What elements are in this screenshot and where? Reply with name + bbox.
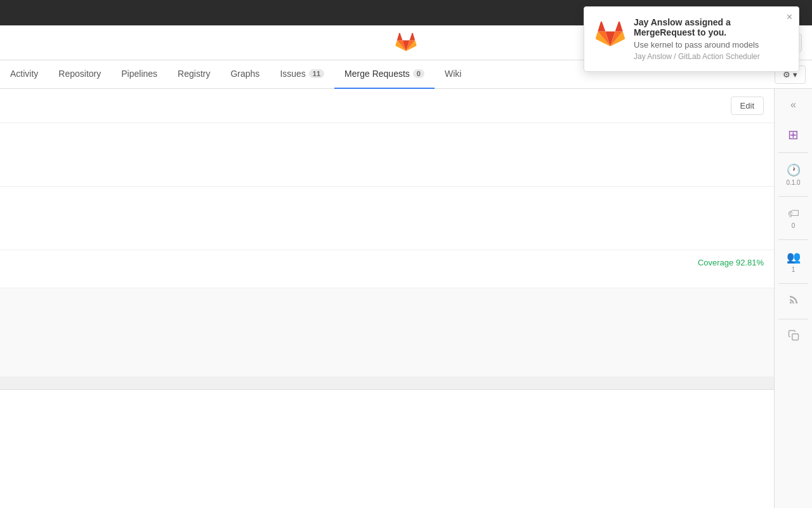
tab-activity[interactable]: Activity [0, 60, 48, 89]
sidebar-item-tags[interactable]: 🏷 0 [775, 201, 812, 236]
sidebar-item-members[interactable]: 👥 1 [775, 244, 812, 279]
tab-merge-requests[interactable]: Merge Requests 0 [334, 60, 435, 89]
sidebar-divider-2 [778, 196, 808, 197]
edit-button[interactable]: Edit [731, 97, 764, 115]
right-sidebar: « ⊞ 🕐 0.1.0 🏷 0 👥 1 [774, 89, 812, 508]
collapse-icon: « [790, 99, 796, 110]
content-area: Edit Coverage 92.81% [0, 89, 774, 508]
notification-logo [594, 17, 626, 61]
integration-icon: ⊞ [788, 127, 799, 142]
members-count: 1 [792, 266, 796, 273]
sidebar-divider-1 [778, 152, 808, 153]
gitlab-logo[interactable] [395, 30, 417, 55]
issues-badge: 11 [309, 69, 324, 78]
content-section-1 [0, 123, 774, 187]
merge-requests-badge: 0 [413, 69, 424, 78]
sidebar-item-copy[interactable] [775, 323, 812, 351]
edit-btn-row: Edit [0, 89, 774, 123]
svg-rect-1 [792, 334, 798, 340]
sidebar-item-version[interactable]: 🕐 0.1.0 [775, 157, 812, 192]
tab-issues[interactable]: Issues 11 [270, 60, 334, 89]
coverage-text: Coverage 92.81% [698, 258, 764, 267]
svg-point-0 [790, 302, 792, 304]
sidebar-collapse-button[interactable]: « [781, 95, 806, 114]
coverage-row: Coverage 92.81% [0, 250, 774, 288]
clock-icon: 🕐 [787, 163, 801, 177]
tab-repository[interactable]: Repository [48, 60, 111, 89]
notification-description: Use kernel to pass around models [634, 40, 789, 50]
tab-wiki[interactable]: Wiki [435, 60, 471, 89]
sidebar-divider-3 [778, 239, 808, 240]
tag-icon: 🏷 [788, 207, 799, 220]
rss-icon [788, 294, 799, 309]
sidebar-item-rss[interactable] [775, 288, 812, 315]
members-icon: 👥 [787, 250, 801, 264]
notification-title: Jay Anslow assigned a MergeRequest to yo… [634, 17, 789, 37]
notification-source: Jay Anslow / GitLab Action Scheduler [634, 52, 789, 61]
tags-count: 0 [792, 222, 796, 229]
sidebar-divider-4 [778, 283, 808, 284]
notification-popup: Jay Anslow assigned a MergeRequest to yo… [584, 6, 799, 72]
tab-registry[interactable]: Registry [167, 60, 220, 89]
notification-content: Jay Anslow assigned a MergeRequest to yo… [634, 17, 789, 61]
content-section-2 [0, 187, 774, 250]
main-layout: Edit Coverage 92.81% « ⊞ 🕐 0.1.0 🏷 0 [0, 89, 812, 508]
content-bottom [0, 288, 774, 377]
version-label: 0.1.0 [786, 179, 800, 186]
tab-pipelines[interactable]: Pipelines [111, 60, 167, 89]
notification-close-button[interactable]: × [787, 12, 792, 22]
sidebar-item-integration[interactable]: ⊞ [775, 121, 812, 149]
copy-icon [788, 330, 799, 344]
empty-bar [0, 377, 774, 390]
tab-graphs[interactable]: Graphs [220, 60, 270, 89]
sidebar-divider-5 [778, 319, 808, 319]
